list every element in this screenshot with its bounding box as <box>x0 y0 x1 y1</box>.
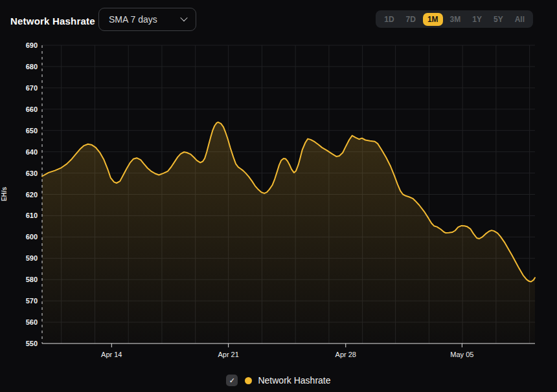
sma-dropdown-value: SMA 7 days <box>109 14 157 25</box>
x-tick-label: Apr 14 <box>101 351 122 358</box>
range-button-1m[interactable]: 1M <box>423 13 443 26</box>
range-button-1y[interactable]: 1Y <box>468 13 486 26</box>
y-tick-label: 550 <box>26 340 38 347</box>
range-button-all[interactable]: All <box>510 13 529 26</box>
y-tick-label: 600 <box>26 233 38 241</box>
range-button-3m[interactable]: 3M <box>446 13 466 26</box>
chart-legend: ✓ Network Hashrate <box>0 371 557 390</box>
series-layer <box>42 122 535 343</box>
x-tick-label: Apr 28 <box>335 351 356 358</box>
legend-checkbox[interactable]: ✓ <box>226 375 238 386</box>
y-tick-label: 660 <box>26 105 38 113</box>
x-tick-label: May 05 <box>450 351 473 358</box>
hashrate-area <box>42 122 535 343</box>
y-tick-label: 610 <box>26 212 38 219</box>
y-tick-label: 650 <box>26 127 38 135</box>
legend-series-label[interactable]: Network Hashrate <box>258 375 330 386</box>
checkmark-icon: ✓ <box>229 377 235 384</box>
y-tick-label: 570 <box>26 297 38 305</box>
y-axis-unit-label: EH/s <box>1 186 8 201</box>
hashrate-chart-panel: Network Hashrate SMA 7 days 1D7D1M3M1Y5Y… <box>0 0 557 392</box>
y-tick-label: 620 <box>26 191 38 199</box>
range-button-1d[interactable]: 1D <box>380 13 398 26</box>
range-button-7d[interactable]: 7D <box>402 13 420 26</box>
range-selector: 1D7D1M3M1Y5YAll <box>376 10 533 28</box>
chevron-down-icon <box>180 14 187 21</box>
y-tick-label: 680 <box>26 63 38 71</box>
x-tick-label: Apr 21 <box>218 351 238 358</box>
y-tick-label: 640 <box>26 148 38 156</box>
page-title: Network Hashrate <box>10 16 95 27</box>
chart-header: Network Hashrate SMA 7 days 1D7D1M3M1Y5Y… <box>0 0 557 39</box>
y-tick-label: 630 <box>26 169 38 177</box>
sma-dropdown[interactable]: SMA 7 days <box>98 8 196 31</box>
range-button-5y[interactable]: 5Y <box>489 13 508 26</box>
y-tick-label: 670 <box>26 84 38 92</box>
series-color-dot-icon <box>245 377 252 384</box>
y-tick-label: 690 <box>26 41 38 49</box>
y-tick-label: 590 <box>26 254 38 262</box>
y-tick-label: 580 <box>26 276 38 283</box>
hashrate-chart: 5505605705805906006106206306406506606706… <box>0 0 557 392</box>
y-tick-label: 560 <box>26 318 38 326</box>
